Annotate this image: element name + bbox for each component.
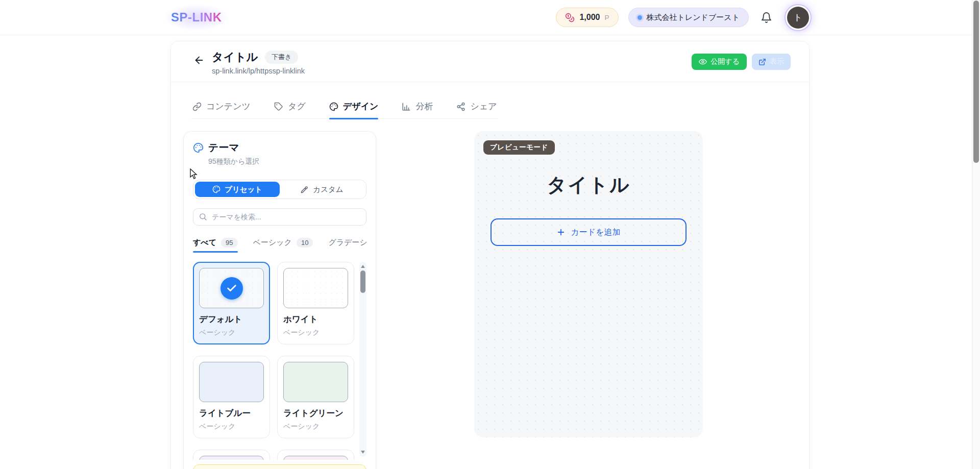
tag-icon	[274, 102, 283, 111]
status-badge: 下書き	[265, 51, 298, 64]
theme-name: ホワイト	[283, 314, 348, 325]
search-icon	[199, 212, 207, 221]
theme-swatch	[199, 362, 264, 402]
share-icon	[456, 102, 465, 111]
theme-name: デフォルト	[199, 314, 264, 325]
points-unit: P	[605, 14, 609, 21]
theme-swatch	[283, 362, 348, 402]
theme-category: ベーシック	[283, 328, 348, 337]
avatar-initial: ト	[794, 12, 802, 23]
filter-all[interactable]: すべて 95	[193, 238, 238, 253]
theme-name: ライトブルー	[199, 408, 264, 419]
page-scrollbar[interactable]	[972, 0, 980, 469]
coins-icon	[565, 13, 575, 22]
theme-panel: テーマ 95種類から選択 プリセット カスタム	[183, 131, 376, 469]
page-url[interactable]: sp-link.link/lp/httpssp-linklink	[212, 67, 692, 75]
company-badge[interactable]: 株式会社トレンドブースト	[628, 8, 749, 27]
page-title-bar: タイトル 下書き sp-link.link/lp/httpssp-linklin…	[171, 41, 809, 82]
theme-category: ベーシック	[199, 328, 264, 337]
notice-box	[193, 464, 366, 469]
filter-basic-count: 10	[297, 238, 313, 248]
theme-card-default[interactable]: デフォルト ベーシック	[193, 262, 270, 344]
theme-panel-title: テーマ	[208, 141, 259, 155]
publish-button[interactable]: 公開する	[692, 54, 747, 70]
theme-swatch	[283, 268, 348, 308]
arrow-left-icon	[193, 55, 205, 66]
custom-mode-button[interactable]: カスタム	[280, 182, 364, 197]
filter-gradient[interactable]: グラデーション	[328, 238, 366, 253]
theme-category: ベーシック	[283, 422, 348, 431]
scroll-up-icon[interactable]	[359, 263, 366, 270]
tab-design[interactable]: デザイン	[329, 101, 379, 118]
theme-card[interactable]	[193, 450, 270, 460]
palette-icon	[212, 185, 220, 193]
points-value: 1,000	[579, 13, 600, 22]
eyedropper-icon	[301, 185, 309, 193]
avatar[interactable]: ト	[787, 7, 809, 29]
plus-icon	[556, 228, 566, 237]
back-button[interactable]	[191, 52, 207, 69]
preview-title: タイトル	[547, 172, 630, 198]
theme-filter-tabs: すべて 95 ベーシック 10 グラデーション	[193, 238, 366, 253]
link-icon	[192, 102, 202, 111]
selected-check-icon	[220, 277, 243, 300]
mode-switcher: プリセット カスタム	[193, 180, 366, 199]
external-link-icon	[758, 58, 766, 66]
tab-contents[interactable]: コンテンツ	[192, 101, 251, 118]
theme-card-white[interactable]: ホワイト ベーシック	[277, 262, 354, 344]
theme-swatch	[199, 268, 264, 308]
theme-swatch	[283, 456, 348, 460]
theme-grid-scrollbar[interactable]	[359, 262, 366, 457]
tab-tags[interactable]: タグ	[274, 101, 306, 118]
notifications-button[interactable]	[758, 10, 774, 26]
filter-all-count: 95	[221, 238, 237, 248]
tab-share[interactable]: シェア	[456, 101, 497, 118]
points-badge[interactable]: 1,000 P	[556, 8, 618, 27]
status-dot	[638, 15, 642, 20]
preview-mode-badge: プレビューモード	[483, 140, 555, 155]
palette-icon	[193, 142, 204, 153]
view-button[interactable]: 表示	[752, 54, 791, 70]
palette-icon	[329, 102, 338, 111]
eye-icon	[699, 58, 707, 66]
chart-icon	[402, 102, 411, 111]
page-title: タイトル	[212, 50, 258, 65]
tab-analytics[interactable]: 分析	[402, 101, 433, 118]
top-header: SP-LINK 1,000 P 株式会社トレンドブースト ト	[0, 0, 980, 35]
theme-panel-subtitle: 95種類から選択	[208, 157, 259, 166]
theme-name: ライトグリーン	[283, 408, 348, 419]
page-scrollbar-thumb[interactable]	[973, 1, 979, 163]
add-card-button[interactable]: カードを追加	[491, 218, 687, 246]
main-content: タイトル 下書き sp-link.link/lp/httpssp-linklin…	[171, 41, 809, 469]
preview-panel: プレビューモード タイトル カードを追加	[474, 131, 703, 437]
tab-bar: コンテンツ タグ デザイン 分析 シェア	[191, 101, 498, 119]
theme-search-input[interactable]	[193, 208, 366, 226]
app-logo[interactable]: SP-LINK	[171, 10, 222, 24]
theme-card-lightgreen[interactable]: ライトグリーン ベーシック	[277, 356, 354, 438]
company-name: 株式会社トレンドブースト	[647, 13, 740, 22]
scroll-down-icon[interactable]	[359, 449, 366, 456]
filter-basic[interactable]: ベーシック 10	[253, 238, 313, 253]
theme-swatch	[199, 456, 264, 460]
bell-icon	[761, 12, 772, 23]
theme-card-lightblue[interactable]: ライトブルー ベーシック	[193, 356, 270, 438]
scrollbar-thumb[interactable]	[360, 270, 365, 293]
theme-card[interactable]	[277, 450, 354, 460]
theme-category: ベーシック	[199, 422, 264, 431]
preset-mode-button[interactable]: プリセット	[195, 182, 280, 197]
theme-grid: デフォルト ベーシック ホワイト ベーシック ライトブルー ベーシック	[193, 262, 366, 460]
